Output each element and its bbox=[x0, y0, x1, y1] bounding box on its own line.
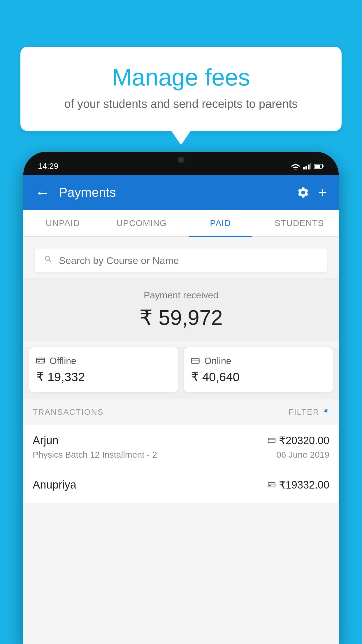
transaction-amount: ₹20320.00 bbox=[279, 435, 329, 447]
search-input[interactable] bbox=[59, 255, 318, 266]
filter-icon bbox=[322, 407, 329, 417]
svg-rect-6 bbox=[315, 165, 320, 168]
online-label: Online bbox=[204, 356, 231, 366]
svg-rect-11 bbox=[191, 358, 199, 363]
wifi-icon bbox=[291, 163, 300, 169]
svg-rect-0 bbox=[303, 167, 305, 169]
speech-bubble: Manage fees of your students and send re… bbox=[20, 47, 342, 131]
battery-icon bbox=[314, 164, 324, 169]
payment-received-label: Payment received bbox=[29, 290, 333, 301]
settings-icon[interactable] bbox=[297, 186, 310, 199]
transaction-row-top-2: Anupriya ₹19332.00 bbox=[33, 479, 329, 491]
back-button[interactable]: ← bbox=[35, 184, 50, 201]
offline-card-header: Offline bbox=[36, 356, 171, 366]
signal-icon bbox=[303, 163, 311, 169]
transaction-payment-icon bbox=[268, 436, 275, 445]
tabs-container: UNPAID UPCOMING PAID STUDENTS bbox=[23, 210, 339, 237]
background: Manage fees of your students and send re… bbox=[0, 0, 362, 644]
add-button[interactable]: + bbox=[318, 184, 327, 201]
offline-amount: ₹ 19,332 bbox=[36, 370, 171, 384]
filter-label: FILTER bbox=[289, 407, 319, 417]
transaction-description: Physics Batch 12 Installment - 2 bbox=[33, 450, 157, 460]
transaction-item-anupriya[interactable]: Anupriya ₹19332.00 bbox=[23, 469, 339, 504]
svg-rect-15 bbox=[268, 482, 275, 487]
svg-rect-3 bbox=[310, 163, 311, 169]
speech-bubble-container: Manage fees of your students and send re… bbox=[20, 47, 342, 131]
transaction-name-2: Anupriya bbox=[33, 479, 76, 491]
svg-rect-13 bbox=[268, 438, 275, 442]
offline-label: Offline bbox=[50, 356, 76, 366]
transaction-payment-icon-2 bbox=[268, 480, 275, 490]
payment-cards-container: Offline ₹ 19,332 Online ₹ bbox=[23, 347, 339, 399]
phone-status-icons bbox=[291, 163, 324, 169]
transaction-name: Arjun bbox=[33, 434, 59, 447]
transaction-amount-2: ₹19332.00 bbox=[279, 479, 329, 491]
transaction-amount-container: ₹20320.00 bbox=[268, 435, 329, 447]
tab-unpaid[interactable]: UNPAID bbox=[23, 210, 102, 236]
page-title: Payments bbox=[59, 185, 297, 200]
offline-payment-card: Offline ₹ 19,332 bbox=[29, 347, 178, 392]
phone-top-bar: 14:29 bbox=[23, 152, 339, 175]
transactions-header: TRANSACTIONS FILTER bbox=[23, 399, 339, 425]
online-icon bbox=[191, 356, 200, 366]
phone-time: 14:29 bbox=[38, 162, 58, 171]
svg-rect-2 bbox=[308, 164, 310, 169]
svg-rect-1 bbox=[305, 166, 307, 169]
header-actions: + bbox=[297, 184, 327, 201]
svg-rect-5 bbox=[322, 165, 324, 167]
phone-screen: ← Payments + UNPAID UPCOMING PAID STUDEN… bbox=[23, 175, 339, 644]
tab-students[interactable]: STUDENTS bbox=[260, 210, 339, 236]
phone-frame: 14:29 bbox=[23, 152, 339, 644]
search-bar[interactable] bbox=[35, 249, 327, 272]
tab-paid[interactable]: PAID bbox=[181, 210, 260, 236]
payment-received-amount: ₹ 59,972 bbox=[29, 305, 333, 330]
online-card-header: Online bbox=[191, 356, 326, 366]
transactions-title: TRANSACTIONS bbox=[33, 407, 103, 417]
transaction-row-bottom: Physics Batch 12 Installment - 2 06 June… bbox=[33, 450, 329, 460]
tab-upcoming[interactable]: UPCOMING bbox=[102, 210, 181, 236]
online-amount: ₹ 40,640 bbox=[191, 370, 326, 384]
payment-received-section: Payment received ₹ 59,972 bbox=[23, 278, 339, 342]
speech-bubble-title: Manage fees bbox=[44, 64, 318, 90]
filter-button[interactable]: FILTER bbox=[289, 407, 329, 417]
transaction-row-top: Arjun ₹20320.00 bbox=[33, 434, 329, 447]
app-header: ← Payments + bbox=[23, 175, 339, 210]
phone-camera bbox=[178, 156, 184, 163]
svg-rect-7 bbox=[36, 358, 45, 363]
transaction-item-arjun[interactable]: Arjun ₹20320.00 Physics Batch 12 Install… bbox=[23, 425, 339, 469]
svg-point-10 bbox=[43, 361, 44, 362]
search-icon bbox=[44, 254, 53, 267]
phone-notch bbox=[158, 152, 204, 168]
svg-rect-9 bbox=[38, 361, 40, 362]
offline-icon bbox=[36, 356, 45, 366]
transaction-date: 06 June 2019 bbox=[276, 450, 329, 460]
speech-bubble-subtitle: of your students and send receipts to pa… bbox=[44, 97, 318, 111]
online-payment-card: Online ₹ 40,640 bbox=[184, 347, 333, 392]
transaction-amount-container-2: ₹19332.00 bbox=[268, 479, 329, 491]
